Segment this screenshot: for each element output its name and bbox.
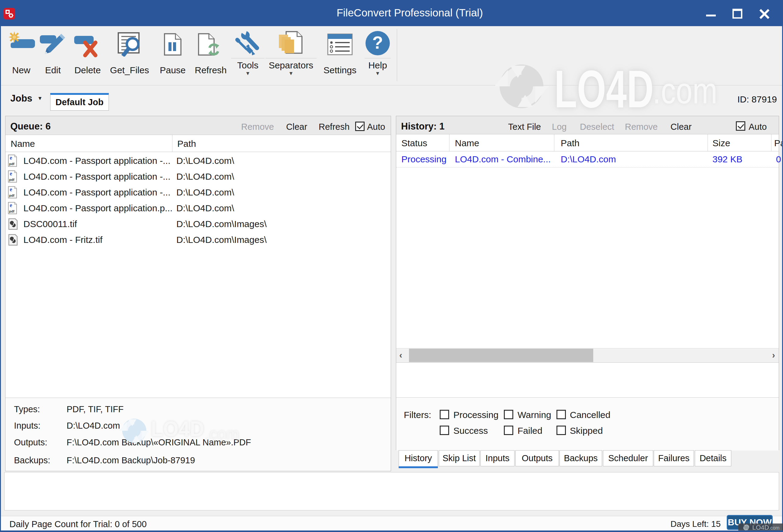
svg-text:?: ? (372, 33, 383, 52)
